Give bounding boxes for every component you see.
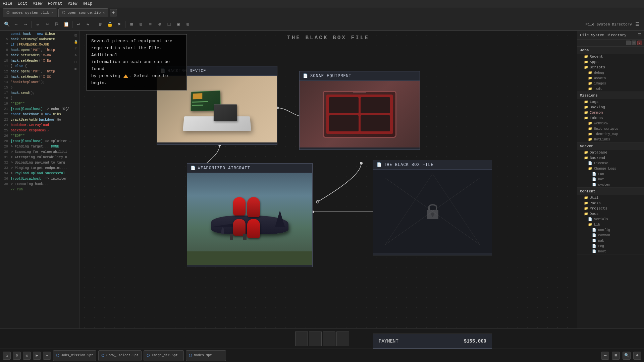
item-sdt[interactable]: 📁 .sdt: [577, 86, 644, 92]
item-changelogs[interactable]: 📁 Change Logs: [577, 166, 644, 171]
toolbar-align2-icon[interactable]: ⊟: [137, 20, 145, 28]
item-util[interactable]: 📁 Util: [577, 195, 644, 200]
taskbar-image-dir[interactable]: ⬡ Image_dir.5pt: [144, 350, 184, 361]
section-content-title[interactable]: Content: [577, 188, 644, 195]
item-docs[interactable]: 📁 Docs: [577, 211, 644, 217]
item-backend[interactable]: 📁 Backend: [577, 155, 644, 161]
status-play-icon[interactable]: ▶: [33, 352, 41, 360]
tab-nodes-system[interactable]: ⬡ nodes_system_.lib ✕: [3, 8, 57, 17]
item-common2[interactable]: 📄 common: [577, 233, 644, 238]
toolbar-scissors-icon[interactable]: ✂: [43, 20, 51, 28]
item-projects[interactable]: 📁 Projects: [577, 206, 644, 211]
toolbar-back-icon[interactable]: ←: [12, 20, 20, 28]
toolbar-search-icon[interactable]: 🔍: [3, 20, 11, 28]
section-jobs-label: Jobs: [580, 48, 589, 52]
toolbar-plus-icon[interactable]: ⊞: [184, 20, 192, 28]
section-jobs-title[interactable]: Jobs: [577, 47, 644, 54]
sonar-equipment-card[interactable]: 📄 SONAR EQUIPMENT: [299, 71, 420, 150]
tab-label: nodes_system_.lib: [12, 11, 49, 15]
tab-add-button[interactable]: +: [110, 9, 117, 16]
menu-format[interactable]: Format: [48, 1, 62, 6]
item-hotlinks[interactable]: 📁 HotLinks: [577, 137, 644, 142]
toolbar-forward-icon[interactable]: →: [21, 20, 30, 28]
status-mail-icon[interactable]: ✉: [23, 352, 31, 360]
code-line-7: 7 if (FRAMEWORK_MAJOR: [0, 42, 72, 48]
act-icon-2[interactable]: 🔒: [73, 39, 79, 45]
act-icon-5[interactable]: □: [73, 59, 79, 65]
item-packs[interactable]: 📁 Packs: [577, 200, 644, 206]
toolbar-lock-icon[interactable]: 🔒: [106, 20, 114, 28]
item-logs[interactable]: 📁 Logs: [577, 99, 644, 105]
status-search-icon[interactable]: 🔍: [623, 352, 631, 360]
taskbar-jobs-mission[interactable]: ⬡ Jobs_mission.5pt: [53, 350, 96, 361]
item-common[interactable]: 📁 Common: [577, 110, 644, 115]
status-settings-icon[interactable]: ⚙: [13, 352, 21, 360]
payment-label: PAYMENT: [379, 339, 398, 344]
item-images[interactable]: 📁 images: [577, 81, 644, 86]
toolbar-copy-icon[interactable]: ⎘: [53, 20, 61, 28]
section-missions-title[interactable]: Missions: [577, 92, 644, 99]
toolbar-grid-icon[interactable]: #: [96, 20, 104, 28]
status-split-icon[interactable]: ⊞: [612, 352, 620, 360]
toolbar-paste-icon[interactable]: 📋: [62, 20, 70, 28]
item-reg[interactable]: 📄 reg: [577, 243, 644, 249]
taskbar-nodes[interactable]: ⬡ Nodes.3pt: [186, 350, 226, 361]
act-icon-4[interactable]: ⊕: [73, 52, 79, 58]
item-license[interactable]: 📄 License: [577, 161, 644, 166]
menu-file[interactable]: File: [3, 1, 12, 6]
item-system[interactable]: 📄 system: [577, 182, 644, 187]
act-icon-3[interactable]: #: [73, 46, 79, 52]
section-server-title[interactable]: Server: [577, 142, 644, 150]
item-serials[interactable]: 📄 Serials: [577, 217, 644, 222]
toolbar-fs-icon[interactable]: ☰: [633, 20, 641, 28]
toolbar-rows-icon[interactable]: ⊕: [156, 20, 164, 28]
item-lib[interactable]: 📁 Lib: [577, 222, 644, 227]
tab-open-source[interactable]: ⬡ open_source.lib ✕: [58, 8, 108, 17]
item-tokens[interactable]: 📁 Tokens: [577, 115, 644, 121]
item-scripts[interactable]: 📁 Scripts: [577, 65, 644, 70]
item-boot[interactable]: 📄 boot: [577, 249, 644, 254]
panel-close-icon[interactable]: ✕: [637, 41, 642, 45]
toolbar-undo-icon[interactable]: ↩: [74, 20, 83, 28]
item-backlog[interactable]: 📁 Backlog: [577, 105, 644, 110]
item-assets[interactable]: 📁 assets: [577, 75, 644, 81]
status-arrow-left-icon[interactable]: ⟵: [601, 352, 609, 360]
act-icon-6[interactable]: ◧: [73, 66, 79, 72]
item-database[interactable]: 📁 Database: [577, 150, 644, 155]
menu-view2[interactable]: View: [68, 1, 77, 6]
taskbar-crew-select[interactable]: ⬡ Crew_.select.3pt: [98, 350, 142, 361]
item-unit-scripts[interactable]: 📁 Unit_scripts: [577, 126, 644, 131]
status-tool-icon[interactable]: ✦: [43, 352, 51, 360]
fs-dir-expand-icon[interactable]: ☰: [638, 33, 641, 37]
blackbox-file-card[interactable]: 📄 THE BLACK BOX FILE: [373, 160, 492, 255]
toolbar-cols-icon[interactable]: ≡: [146, 20, 154, 28]
item-debug[interactable]: 📁 debug: [577, 70, 644, 75]
panel-restore-icon[interactable]: □: [632, 41, 636, 45]
item-recent[interactable]: 📁 Recent: [577, 54, 644, 59]
menu-edit[interactable]: Edit: [18, 1, 28, 6]
item-bat[interactable]: 📄 bat: [577, 177, 644, 182]
line-num: 34: [1, 171, 11, 176]
status-home-icon[interactable]: ⌂: [3, 352, 11, 360]
toolbar-edit-icon[interactable]: ✏: [34, 20, 42, 28]
item-identity-map[interactable]: 📁 Identity_map: [577, 131, 644, 137]
item-apps[interactable]: 📁 Apps: [577, 59, 644, 65]
weaponized-aircraft-card[interactable]: 📄 WEAPONIZED AIRCRAFT: [187, 163, 313, 267]
menu-help[interactable]: Help: [83, 1, 92, 6]
tab-close-icon2[interactable]: ✕: [103, 11, 105, 15]
panel-minimize-icon[interactable]: _: [626, 41, 631, 45]
toolbar-flag-icon[interactable]: ⚑: [115, 20, 123, 28]
tab-close-icon[interactable]: ✕: [51, 11, 53, 15]
line-num: 24: [1, 123, 11, 128]
item-pak[interactable]: 📄 pak: [577, 238, 644, 243]
item-run[interactable]: 📄 run: [577, 171, 644, 177]
act-icon-1[interactable]: ◫: [73, 32, 79, 38]
item-config[interactable]: 📄 config: [577, 227, 644, 233]
toolbar-redo-icon[interactable]: ↪: [84, 20, 92, 28]
toolbar-box2-icon[interactable]: ▣: [174, 20, 182, 28]
toolbar-box-icon[interactable]: □: [165, 20, 173, 28]
status-zoom-icon[interactable]: ⊕: [633, 352, 641, 360]
menu-view[interactable]: View: [33, 1, 43, 6]
toolbar-align-icon[interactable]: ⊞: [127, 20, 136, 28]
item-webview[interactable]: 📁 WebView: [577, 121, 644, 126]
